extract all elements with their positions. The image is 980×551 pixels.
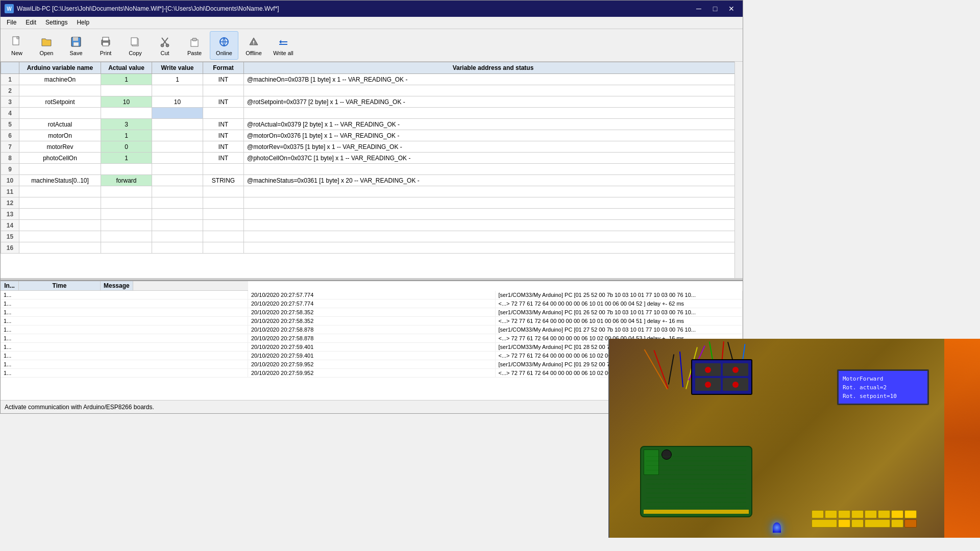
toolbar-cut-button[interactable]: Cut	[151, 31, 179, 60]
menu-help[interactable]: Help	[72, 18, 93, 28]
svg-rect-10	[131, 38, 137, 45]
svg-rect-5	[74, 42, 79, 46]
toolbar-print-button[interactable]: Print	[91, 31, 120, 60]
menu-file[interactable]: File	[3, 18, 20, 28]
log-cell-msg: [ser1/COM33/My Arduino] PC [01 25 52 00 …	[495, 291, 743, 299]
menu-edit[interactable]: Edit	[21, 18, 40, 28]
cell-varname[interactable]: machineStatus[0..10]	[19, 175, 101, 186]
log-cell-time: 20/10/2020 20:27:59.952	[248, 360, 496, 369]
cell-actual	[101, 197, 152, 209]
cell-varname[interactable]: motorOn	[19, 130, 101, 141]
log-cell-idx: 1...	[1, 325, 248, 334]
minimize-button[interactable]: ─	[692, 3, 706, 14]
cell-varname[interactable]	[19, 231, 101, 242]
log-cell-idx: 1...	[1, 369, 248, 378]
cell-varname[interactable]: motorRev	[19, 141, 101, 153]
cell-varname[interactable]	[19, 242, 101, 254]
cell-write[interactable]	[152, 108, 203, 119]
writeall-icon	[276, 35, 290, 49]
col-header-format: Format	[203, 62, 244, 74]
toolbar-save-button[interactable]: Save	[62, 31, 90, 60]
cell-varname[interactable]	[19, 186, 101, 197]
menu-settings[interactable]: Settings	[41, 18, 71, 28]
cell-varname[interactable]	[19, 209, 101, 220]
maximize-button[interactable]: □	[708, 3, 722, 14]
cell-write[interactable]: 1	[152, 74, 203, 85]
cell-write[interactable]	[152, 186, 203, 197]
row-number: 13	[1, 209, 19, 220]
row-number: 8	[1, 153, 19, 164]
cell-write[interactable]	[152, 130, 203, 141]
cell-write[interactable]	[152, 209, 203, 220]
log-cell-time: 20/10/2020 20:27:59.952	[248, 369, 496, 378]
status-message: Activate communication with Arduino/ESP8…	[5, 404, 154, 411]
log-cell-time: 20/10/2020 20:27:58.352	[248, 308, 496, 317]
cell-write[interactable]	[152, 164, 203, 175]
toolbar-paste-button[interactable]: Paste	[180, 31, 209, 60]
table-scrollbar[interactable]	[734, 62, 743, 278]
row-number: 12	[1, 197, 19, 209]
cell-write[interactable]	[152, 141, 203, 153]
cell-varname[interactable]: photoCellOn	[19, 153, 101, 164]
toolbar-new-button[interactable]: New	[3, 31, 31, 60]
toolbar-copy-button[interactable]: Copy	[121, 31, 150, 60]
log-col-time: Time	[19, 281, 101, 290]
log-row: 1...20/10/2020 20:27:57.774[ser1/COM33/M…	[1, 291, 743, 299]
cell-format: STRING	[203, 175, 244, 186]
copy-icon	[128, 35, 142, 49]
log-cell-idx: 1...	[1, 317, 248, 325]
close-button[interactable]: ✕	[724, 3, 739, 14]
cell-write[interactable]	[152, 242, 203, 254]
table-row: 3rotSetpoint1010INT@rotSetpoint=0x0377 […	[1, 96, 743, 108]
toolbar-open-button[interactable]: Open	[32, 31, 61, 60]
toolbar-new-label: New	[11, 50, 22, 56]
cell-varname[interactable]	[19, 164, 101, 175]
row-number: 15	[1, 231, 19, 242]
log-row: 1...20/10/2020 20:27:58.352[ser1/COM33/M…	[1, 308, 743, 317]
cell-write[interactable]	[152, 119, 203, 130]
log-row: 1...20/10/2020 20:27:58.878[ser1/COM33/M…	[1, 325, 743, 334]
toolbar-copy-label: Copy	[129, 50, 142, 56]
cell-write[interactable]	[152, 153, 203, 164]
cell-actual	[101, 186, 152, 197]
cell-varname[interactable]: rotSetpoint	[19, 96, 101, 108]
log-col-idx: In...	[1, 281, 19, 290]
cell-address: @photoCellOn=0x037C [1 byte] x 1 -- VAR_…	[244, 153, 743, 164]
cell-write[interactable]	[152, 231, 203, 242]
cell-format: INT	[203, 141, 244, 153]
cell-address	[244, 220, 743, 231]
toolbar-online-button[interactable]: Online	[210, 31, 238, 60]
cell-format	[203, 85, 244, 96]
open-icon	[39, 35, 54, 49]
cell-varname[interactable]: rotActual	[19, 119, 101, 130]
row-number: 2	[1, 85, 19, 96]
cell-varname[interactable]: machineOn	[19, 74, 101, 85]
row-number: 3	[1, 96, 19, 108]
log-row: 1...20/10/2020 20:27:57.774<...> 72 77 6…	[1, 299, 743, 308]
cell-actual	[101, 242, 152, 254]
cell-write[interactable]	[152, 85, 203, 96]
table-row: 6motorOn1INT@motorOn=0x0376 [1 byte] x 1…	[1, 130, 743, 141]
table-row: 9	[1, 164, 743, 175]
cell-varname[interactable]	[19, 197, 101, 209]
svg-rect-16	[192, 38, 197, 41]
cell-write[interactable]	[152, 175, 203, 186]
cell-write[interactable]: 10	[152, 96, 203, 108]
toolbar-print-label: Print	[100, 50, 112, 56]
toolbar-online-label: Online	[216, 50, 232, 56]
row-number: 4	[1, 108, 19, 119]
cell-varname[interactable]	[19, 220, 101, 231]
table-row: 7motorRev0INT@motorRev=0x0375 [1 byte] x…	[1, 141, 743, 153]
cell-format	[203, 209, 244, 220]
cell-varname[interactable]	[19, 108, 101, 119]
cell-write[interactable]	[152, 220, 203, 231]
log-cell-idx: 1...	[1, 352, 248, 360]
cell-varname[interactable]	[19, 85, 101, 96]
toolbar-writeall-button[interactable]: Write all	[269, 31, 298, 60]
toolbar-offline-button[interactable]: Offline	[239, 31, 268, 60]
cell-write[interactable]	[152, 197, 203, 209]
col-header-actual: Actual value	[101, 62, 152, 74]
toolbar-open-label: Open	[40, 50, 54, 56]
window-title: WawiLib-PC [C:\Users\Johi\Documents\NoNa…	[17, 5, 279, 12]
title-bar-left: W WawiLib-PC [C:\Users\Johi\Documents\No…	[5, 4, 279, 13]
